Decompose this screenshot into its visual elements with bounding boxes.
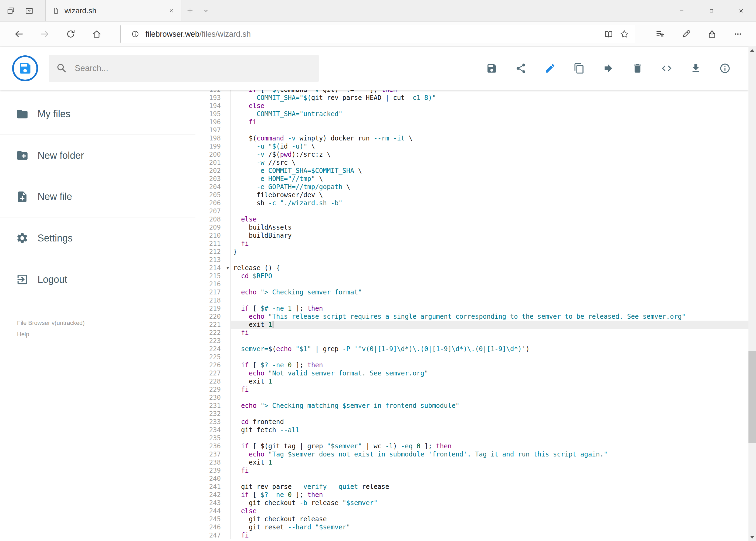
back-button[interactable] (6, 23, 32, 45)
code-line[interactable]: cd $REPO (231, 272, 748, 280)
forward-button[interactable] (32, 23, 58, 45)
code-line[interactable]: exit 1 (231, 377, 748, 385)
code-line[interactable]: -e GOPATH=//tmp/gopath \ (231, 183, 748, 191)
maximize-button[interactable] (697, 0, 726, 22)
more-options-button[interactable] (725, 23, 751, 45)
code-line[interactable]: git checkout release (231, 515, 748, 523)
share-button[interactable] (515, 62, 527, 75)
code-line[interactable]: } (231, 248, 748, 256)
code-line[interactable] (231, 393, 748, 402)
code-line[interactable]: echo "Tag $semver does not exist in subm… (231, 450, 748, 458)
new-tab-button[interactable] (181, 0, 199, 21)
move-button[interactable] (602, 62, 615, 75)
copy-button[interactable] (573, 62, 586, 75)
code-line[interactable]: release () { (231, 264, 748, 272)
scroll-up-button[interactable] (748, 47, 756, 54)
code-line[interactable]: echo "Not valid semver format. See semve… (231, 369, 748, 377)
share-page-button[interactable] (699, 23, 725, 45)
editor-code[interactable]: if [ "$(command -v git)" != "" ]; then C… (231, 90, 748, 539)
save-button[interactable] (486, 62, 498, 75)
code-line[interactable]: if [ $# -ne 1 ]; then (231, 304, 748, 312)
code-line[interactable]: fi (231, 329, 748, 337)
code-line[interactable]: else (231, 102, 748, 110)
code-line[interactable]: sh -c "./wizard.sh -b" (231, 199, 748, 207)
scrollbar-thumb[interactable] (748, 351, 756, 443)
code-line[interactable]: if [ $(git tag | grep "$semver" | wc -l)… (231, 442, 748, 450)
code-line[interactable]: -u "$(id -u)" \ (231, 142, 748, 151)
code-line[interactable]: buildAssets (231, 224, 748, 232)
info-button[interactable] (719, 62, 731, 75)
code-line[interactable]: echo "> Checking matching $semver in fro… (231, 402, 748, 410)
sidebar-item-new-folder[interactable]: New folder (0, 135, 195, 176)
code-line[interactable]: echo "> Checking semver format" (231, 288, 748, 296)
code-editor[interactable]: 1921931941951961971981992002012022032042… (195, 90, 748, 541)
code-line[interactable]: COMMIT_SHA="$(git rev-parse HEAD | cut -… (231, 94, 748, 102)
favorite-star-button[interactable] (618, 28, 631, 41)
address-bar[interactable]: filebrowser.web/files/wizard.sh (121, 25, 635, 43)
code-line[interactable]: fi (231, 466, 748, 475)
code-line[interactable]: fi (231, 531, 748, 539)
search-input[interactable]: Search... (49, 55, 319, 82)
sidebar-item-new-file[interactable]: New file (0, 176, 195, 218)
code-line[interactable] (231, 280, 748, 288)
code-line[interactable]: git fetch --all (231, 426, 748, 434)
code-line[interactable]: filebrowser/dev \ (231, 191, 748, 199)
tab-preview-chevron-button[interactable] (199, 0, 213, 21)
refresh-button[interactable] (58, 23, 84, 45)
code-line[interactable]: fi (231, 385, 748, 393)
sidebar-item-my-files[interactable]: My files (0, 94, 195, 135)
code-line[interactable]: git checkout -b release "$semver" (231, 499, 748, 507)
code-line[interactable] (231, 207, 748, 215)
code-line[interactable]: if [ $? -ne 0 ]; then (231, 491, 748, 499)
code-line[interactable]: if [ $? -ne 0 ]; then (231, 361, 748, 369)
scroll-down-button[interactable] (748, 533, 756, 541)
code-line[interactable]: semver=$(echo "$1" | grep -P '^v(0|[1-9]… (231, 345, 748, 353)
code-line[interactable] (231, 337, 748, 345)
minimize-button[interactable] (667, 0, 697, 22)
code-line[interactable] (231, 126, 748, 134)
delete-button[interactable] (631, 62, 644, 75)
code-line[interactable] (231, 410, 748, 418)
code-line[interactable] (231, 434, 748, 442)
code-line[interactable]: $(command -v winpty) docker run --rm -it… (231, 134, 748, 142)
code-line[interactable]: fi (231, 118, 748, 126)
home-button[interactable] (84, 23, 110, 45)
help-link[interactable]: Help (17, 331, 29, 338)
close-window-button[interactable] (726, 0, 756, 22)
code-line[interactable] (231, 256, 748, 264)
code-line[interactable] (231, 475, 748, 483)
reading-view-button[interactable] (602, 28, 615, 41)
code-line[interactable]: exit 1 (231, 458, 748, 466)
code-line[interactable]: git rev-parse --verify --quiet release (231, 483, 748, 491)
tab-close-button[interactable] (166, 5, 177, 16)
code-line[interactable]: else (231, 215, 748, 224)
code-line[interactable]: -v /$(pwd):/src:z \ (231, 151, 748, 159)
browser-tab[interactable]: wizard.sh (45, 0, 181, 21)
code-line[interactable]: -w //src \ (231, 159, 748, 167)
code-line[interactable]: else (231, 507, 748, 515)
page-scrollbar[interactable] (748, 47, 756, 541)
hub-button[interactable] (647, 23, 673, 45)
code-line[interactable] (231, 353, 748, 361)
code-line[interactable]: cd frontend (231, 418, 748, 426)
sidebar-item-logout[interactable]: Logout (0, 259, 195, 300)
code-line[interactable] (231, 296, 748, 304)
code-line[interactable]: echo "This release script requires a sin… (231, 312, 748, 320)
code-line[interactable]: if [ "$(command -v git)" != "" ]; then (231, 90, 748, 94)
code-line[interactable]: exit 1 (231, 320, 748, 329)
code-line[interactable]: git reset --hard "$semver" (231, 523, 748, 531)
sidebar-item-settings[interactable]: Settings (0, 218, 195, 259)
code-line[interactable]: COMMIT_SHA="untracked" (231, 110, 748, 118)
code-line[interactable]: buildBinary (231, 232, 748, 240)
web-note-button[interactable] (673, 23, 699, 45)
download-button[interactable] (690, 62, 702, 75)
fold-marker-icon[interactable]: ▾ (226, 264, 229, 272)
tabs-preview-button[interactable] (23, 5, 35, 17)
site-info-icon[interactable] (129, 28, 142, 41)
code-line[interactable]: -e COMMIT_SHA=$COMMIT_SHA \ (231, 167, 748, 175)
edit-button[interactable] (544, 62, 556, 75)
code-line[interactable]: -e HOME="//tmp" \ (231, 175, 748, 183)
set-tabs-aside-button[interactable] (5, 5, 17, 17)
code-view-button[interactable] (660, 62, 673, 75)
code-line[interactable]: fi (231, 240, 748, 248)
